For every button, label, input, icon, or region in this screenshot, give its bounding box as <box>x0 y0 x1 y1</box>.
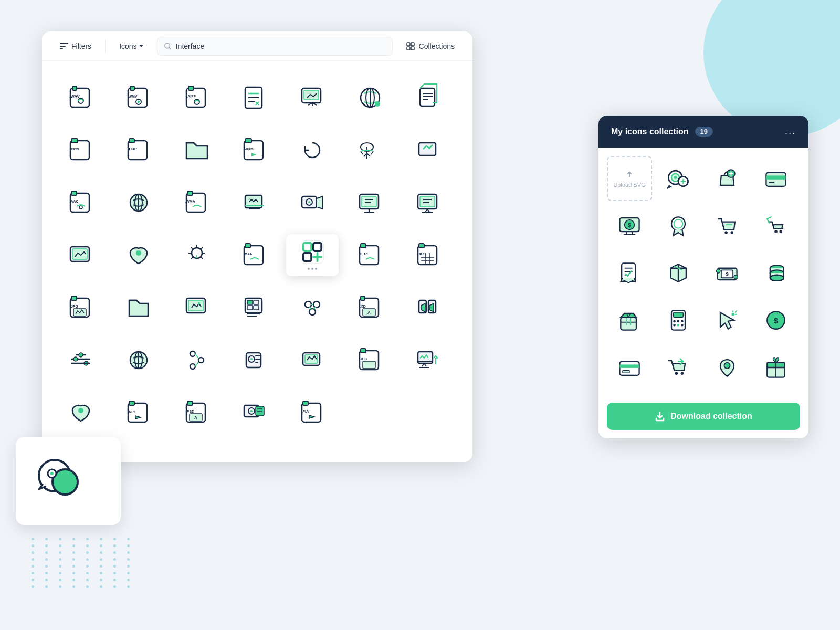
search-input[interactable] <box>176 42 386 50</box>
icons-dropdown[interactable]: Icons <box>112 39 150 54</box>
list-item[interactable] <box>112 281 165 334</box>
list-item[interactable] <box>656 156 701 201</box>
collections-button[interactable]: Collections <box>399 39 462 54</box>
list-item[interactable] <box>656 298 701 343</box>
list-item[interactable] <box>112 229 165 281</box>
list-item[interactable]: .FLAC <box>344 229 396 281</box>
list-item[interactable]: .XLS <box>402 229 455 281</box>
svg-point-214 <box>673 324 676 327</box>
list-item[interactable] <box>112 176 165 229</box>
svg-text:$: $ <box>774 317 779 325</box>
list-item[interactable]: .M4A <box>228 229 281 281</box>
list-item[interactable]: .XD A <box>344 281 396 334</box>
list-item[interactable]: .FLV <box>286 386 339 439</box>
svg-point-128 <box>79 353 83 357</box>
list-item[interactable] <box>402 71 455 124</box>
list-item[interactable]: .JPG <box>344 334 396 386</box>
list-item[interactable] <box>656 250 701 296</box>
list-item[interactable] <box>55 229 107 281</box>
list-item[interactable]: .WMA <box>171 176 223 229</box>
svg-marker-155 <box>135 416 141 419</box>
list-item[interactable]: .AAC <box>55 176 107 229</box>
list-item[interactable] <box>286 124 339 176</box>
list-item[interactable] <box>171 334 223 386</box>
list-item[interactable] <box>286 176 339 229</box>
svg-line-81 <box>201 247 203 249</box>
list-item[interactable] <box>286 71 339 124</box>
list-item[interactable] <box>228 386 281 439</box>
list-item[interactable] <box>607 298 652 343</box>
more-options-button[interactable] <box>308 268 317 270</box>
svg-rect-93 <box>419 244 424 248</box>
svg-rect-4 <box>411 47 414 50</box>
svg-rect-3 <box>407 47 410 50</box>
list-item[interactable] <box>171 229 223 281</box>
list-item[interactable] <box>705 298 750 343</box>
list-item[interactable] <box>705 156 750 201</box>
svg-rect-61 <box>362 196 376 207</box>
list-item[interactable] <box>228 334 281 386</box>
list-item[interactable] <box>607 250 652 296</box>
list-item[interactable] <box>607 345 652 390</box>
list-item[interactable] <box>171 281 223 334</box>
list-item[interactable]: .PPTX <box>55 124 107 176</box>
list-item[interactable] <box>402 281 455 334</box>
filter-icon <box>60 43 68 49</box>
list-item[interactable] <box>171 124 223 176</box>
list-item[interactable] <box>228 71 281 124</box>
svg-text:.M4A: .M4A <box>243 252 252 256</box>
svg-point-217 <box>731 313 734 316</box>
list-item[interactable] <box>656 345 701 390</box>
featured-icon-container <box>16 437 121 525</box>
list-item[interactable]: .WMV <box>112 71 165 124</box>
svg-rect-90 <box>361 244 366 248</box>
add-to-collection-button[interactable] <box>301 240 324 264</box>
list-item[interactable] <box>753 250 799 296</box>
list-item[interactable] <box>344 71 396 124</box>
list-item[interactable]: .JPG <box>55 281 107 334</box>
list-item[interactable]: .AIFF <box>171 71 223 124</box>
list-item[interactable]: $ <box>607 203 652 248</box>
download-collection-button[interactable]: Download collection <box>607 403 800 430</box>
list-item[interactable] <box>344 124 396 176</box>
list-item[interactable] <box>344 176 396 229</box>
svg-rect-210 <box>674 312 684 317</box>
list-item[interactable] <box>286 334 339 386</box>
list-item[interactable] <box>402 176 455 229</box>
list-item[interactable]: .MP4 <box>112 386 165 439</box>
list-item[interactable] <box>402 334 455 386</box>
svg-point-137 <box>190 364 195 369</box>
svg-text:.ODP: .ODP <box>128 147 137 151</box>
upload-svg-button[interactable]: Upload SVG <box>607 156 652 201</box>
list-item[interactable] <box>228 176 281 229</box>
list-item[interactable] <box>55 386 107 439</box>
list-item[interactable] <box>753 156 799 201</box>
search-bar[interactable] <box>157 37 393 56</box>
icons-dropdown-label: Icons <box>119 42 136 50</box>
svg-rect-153 <box>129 401 134 405</box>
list-item[interactable] <box>286 229 339 281</box>
list-item[interactable] <box>753 345 799 390</box>
list-item[interactable]: $ <box>705 250 750 296</box>
list-item[interactable]: .MPEG <box>228 124 281 176</box>
filters-button[interactable]: Filters <box>52 39 99 54</box>
list-item[interactable]: .WAV <box>55 71 107 124</box>
list-item[interactable] <box>112 334 165 386</box>
list-item[interactable] <box>753 203 799 248</box>
list-item[interactable]: .ODP <box>112 124 165 176</box>
svg-point-227 <box>681 372 684 375</box>
list-item[interactable]: $ <box>753 298 799 343</box>
list-item[interactable] <box>228 281 281 334</box>
svg-line-219 <box>735 310 737 312</box>
list-item[interactable] <box>402 124 455 176</box>
list-item[interactable] <box>705 203 750 248</box>
list-item[interactable] <box>55 334 107 386</box>
list-item[interactable]: .PSD A <box>171 386 223 439</box>
list-item[interactable] <box>705 345 750 390</box>
svg-rect-44 <box>419 143 436 155</box>
collection-more-button[interactable]: ... <box>785 126 796 137</box>
list-item[interactable] <box>286 281 339 334</box>
svg-marker-170 <box>309 415 314 418</box>
list-item[interactable] <box>656 203 701 248</box>
svg-point-192 <box>731 231 734 234</box>
